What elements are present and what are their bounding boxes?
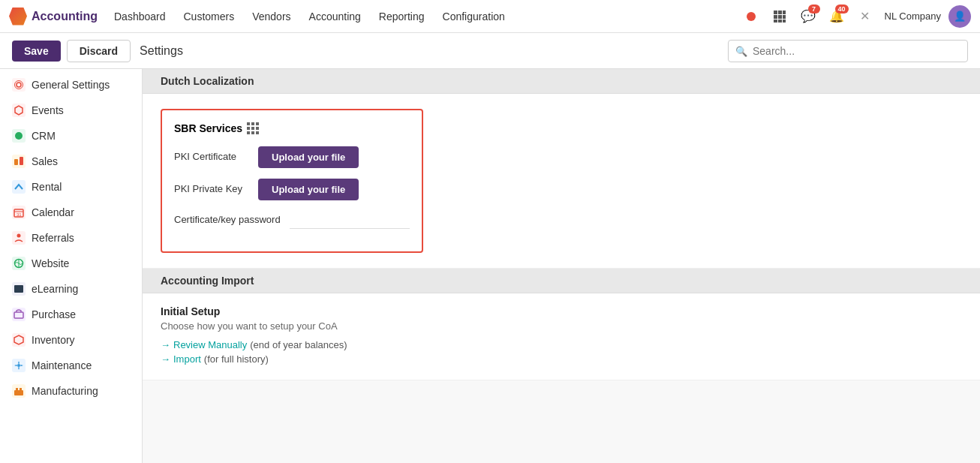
pki-private-key-upload-button[interactable]: Upload your file bbox=[258, 179, 359, 200]
svg-rect-26 bbox=[20, 388, 22, 390]
pki-certificate-row: PKI Certificate Upload your file bbox=[174, 146, 410, 168]
save-button[interactable]: Save bbox=[12, 41, 61, 62]
accounting-import-header: Accounting Import bbox=[143, 269, 980, 293]
review-arrow-icon: → bbox=[161, 339, 170, 350]
search-input[interactable] bbox=[728, 40, 968, 62]
import-text: Import bbox=[173, 353, 201, 365]
toolbar-title: Settings bbox=[140, 44, 183, 58]
sidebar-label-elearning: eLearning bbox=[32, 283, 78, 295]
import-arrow-icon: → bbox=[161, 353, 170, 365]
pki-certificate-upload-button[interactable]: Upload your file bbox=[258, 146, 359, 168]
sidebar: General Settings Events CRM Sales Rental bbox=[0, 69, 143, 463]
content-area: Dutch Localization SBR Services PKI Cert… bbox=[143, 69, 980, 463]
svg-rect-2 bbox=[783, 11, 786, 14]
svg-point-9 bbox=[17, 83, 21, 87]
dutch-localization-body: SBR Services PKI Certificate Upload your… bbox=[143, 94, 980, 269]
sidebar-label-crm: CRM bbox=[32, 130, 56, 142]
accounting-import-section: Accounting Import Initial Setup Choose h… bbox=[143, 269, 980, 380]
top-navigation: Accounting Dashboard Customers Vendors A… bbox=[0, 0, 980, 33]
sidebar-item-inventory[interactable]: Inventory bbox=[0, 327, 142, 353]
sidebar-label-calendar: Calendar bbox=[32, 206, 74, 218]
certificate-password-input[interactable] bbox=[290, 211, 410, 229]
import-link[interactable]: → Import (for full history) bbox=[161, 353, 962, 365]
sbr-title-text: SBR Services bbox=[174, 122, 242, 134]
nav-reporting[interactable]: Reporting bbox=[371, 8, 432, 26]
search-wrap: 🔍 bbox=[728, 40, 968, 62]
sidebar-item-rental[interactable]: Rental bbox=[0, 174, 142, 200]
svg-rect-13 bbox=[20, 157, 23, 165]
svg-rect-3 bbox=[774, 15, 777, 19]
calendar-icon: 31 bbox=[12, 206, 26, 219]
messages-badge: 7 bbox=[808, 5, 820, 14]
nav-configuration[interactable]: Configuration bbox=[435, 8, 513, 26]
sbr-grid-icon bbox=[247, 122, 259, 134]
close-btn[interactable]: ✕ bbox=[853, 5, 877, 29]
close-icon: ✕ bbox=[860, 9, 870, 23]
company-name[interactable]: NL Company bbox=[882, 11, 944, 22]
notifications-btn[interactable]: 🔔 40 bbox=[825, 5, 849, 29]
pki-private-key-label: PKI Private Key bbox=[174, 182, 249, 196]
sidebar-item-crm[interactable]: CRM bbox=[0, 123, 142, 149]
svg-rect-7 bbox=[778, 20, 782, 23]
sidebar-label-sales: Sales bbox=[32, 155, 58, 167]
certificate-password-row: Certificate/key password bbox=[174, 211, 410, 229]
svg-rect-1 bbox=[778, 11, 782, 14]
nav-icon-group: 💬 7 🔔 40 ✕ NL Company 👤 bbox=[739, 5, 971, 29]
brand-label: Accounting bbox=[32, 10, 98, 23]
svg-rect-5 bbox=[783, 15, 786, 19]
sidebar-item-elearning[interactable]: eLearning bbox=[0, 276, 142, 302]
sidebar-item-events[interactable]: Events bbox=[0, 98, 142, 123]
sidebar-label-general-settings: General Settings bbox=[32, 79, 110, 91]
sidebar-label-inventory: Inventory bbox=[32, 334, 75, 346]
sidebar-item-referrals[interactable]: Referrals bbox=[0, 225, 142, 251]
elearning-icon bbox=[12, 282, 26, 296]
svg-rect-21 bbox=[14, 312, 23, 318]
sidebar-item-sales[interactable]: Sales bbox=[0, 149, 142, 174]
crm-icon bbox=[12, 129, 26, 143]
sidebar-item-maintenance[interactable]: Maintenance bbox=[0, 353, 142, 378]
main-layout: General Settings Events CRM Sales Rental bbox=[0, 69, 980, 463]
messages-btn[interactable]: 💬 7 bbox=[796, 5, 820, 29]
sidebar-item-calendar[interactable]: 31 Calendar bbox=[0, 200, 142, 225]
nav-customers[interactable]: Customers bbox=[176, 8, 242, 26]
svg-rect-4 bbox=[778, 15, 782, 19]
svg-point-11 bbox=[15, 132, 23, 140]
sidebar-label-website: Website bbox=[32, 257, 69, 269]
sidebar-item-general-settings[interactable]: General Settings bbox=[0, 72, 142, 98]
maintenance-icon bbox=[12, 359, 26, 372]
pki-certificate-label: PKI Certificate bbox=[174, 150, 249, 164]
dutch-localization-header: Dutch Localization bbox=[143, 69, 980, 94]
sidebar-item-manufacturing[interactable]: Manufacturing bbox=[0, 378, 142, 404]
review-manually-link[interactable]: → Review Manually (end of year balances) bbox=[161, 339, 962, 350]
sbr-services-box: SBR Services PKI Certificate Upload your… bbox=[161, 109, 423, 253]
sales-icon bbox=[12, 155, 26, 168]
search-icon: 🔍 bbox=[735, 45, 747, 56]
nav-dashboard[interactable]: Dashboard bbox=[107, 8, 173, 26]
sidebar-label-rental: Rental bbox=[32, 181, 62, 193]
website-icon bbox=[12, 257, 26, 270]
svg-marker-22 bbox=[14, 335, 23, 344]
sidebar-label-maintenance: Maintenance bbox=[32, 359, 92, 371]
status-dot-btn[interactable] bbox=[739, 5, 763, 29]
discard-button[interactable]: Discard bbox=[67, 40, 131, 62]
svg-rect-0 bbox=[774, 11, 777, 14]
sidebar-item-website[interactable]: Website bbox=[0, 251, 142, 276]
sidebar-label-manufacturing: Manufacturing bbox=[32, 385, 98, 397]
events-icon bbox=[12, 104, 26, 117]
sidebar-label-events: Events bbox=[32, 104, 64, 116]
apps-btn[interactable] bbox=[768, 5, 792, 29]
review-manually-text: Review Manually bbox=[173, 339, 247, 350]
svg-text:31: 31 bbox=[17, 212, 22, 217]
initial-setup-title: Initial Setup bbox=[161, 305, 962, 317]
svg-rect-6 bbox=[774, 20, 777, 23]
nav-accounting[interactable]: Accounting bbox=[302, 8, 368, 26]
certificate-password-label: Certificate/key password bbox=[174, 213, 281, 227]
nav-vendors[interactable]: Vendors bbox=[245, 8, 298, 26]
pki-private-key-row: PKI Private Key Upload your file bbox=[174, 179, 410, 200]
apps-icon bbox=[773, 10, 786, 23]
user-avatar[interactable]: 👤 bbox=[948, 5, 971, 28]
sidebar-item-purchase[interactable]: Purchase bbox=[0, 302, 142, 327]
app-brand[interactable]: Accounting bbox=[9, 8, 98, 26]
svg-rect-12 bbox=[14, 159, 18, 165]
sbr-title-row: SBR Services bbox=[174, 122, 410, 134]
